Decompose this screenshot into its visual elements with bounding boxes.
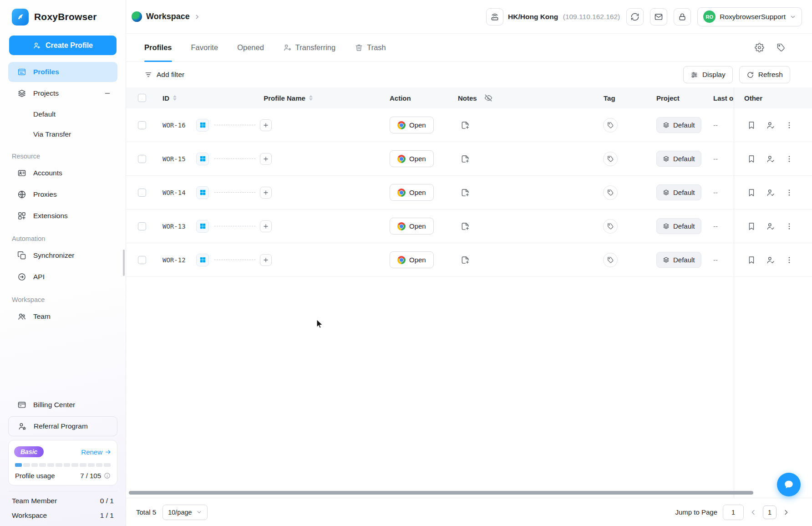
add-note-icon[interactable] <box>461 154 470 163</box>
lock-button[interactable] <box>674 8 691 26</box>
bookmark-icon[interactable] <box>747 222 756 231</box>
authorize-user-icon[interactable] <box>766 121 775 130</box>
authorize-user-icon[interactable] <box>766 255 775 265</box>
add-profile-name-button[interactable] <box>260 254 272 266</box>
main-area: Workspace HK/Hong Kong (109.110.162.162) <box>126 0 812 526</box>
tag-icon[interactable] <box>603 253 618 267</box>
project-button[interactable]: Default <box>656 117 701 133</box>
tag-icon[interactable] <box>603 185 618 200</box>
add-profile-name-button[interactable] <box>260 153 272 165</box>
project-button[interactable]: Default <box>656 218 701 234</box>
add-note-icon[interactable] <box>461 222 470 231</box>
row-checkbox[interactable] <box>138 189 146 197</box>
collapse-minus-icon[interactable] <box>104 90 111 97</box>
open-profile-button[interactable]: Open <box>390 184 434 201</box>
more-actions-icon[interactable] <box>785 256 793 264</box>
windows-icon <box>199 223 206 230</box>
tag-manager-icon[interactable] <box>776 43 786 52</box>
tab-profiles[interactable]: Profiles <box>144 34 172 61</box>
authorize-user-icon[interactable] <box>766 188 775 197</box>
chrome-icon <box>397 189 406 197</box>
chat-widget-button[interactable] <box>777 473 801 496</box>
plus-icon <box>263 257 269 263</box>
bookmark-icon[interactable] <box>747 255 756 265</box>
settings-gear-icon[interactable] <box>755 43 764 52</box>
project-item-default[interactable]: Default <box>8 105 117 123</box>
add-note-icon[interactable] <box>461 121 470 130</box>
bookmark-icon[interactable] <box>747 154 756 163</box>
horizontal-scrollbar-thumb[interactable] <box>129 491 753 495</box>
table-row: WOR-12 Open <box>126 243 812 277</box>
create-profile-button[interactable]: Create Profile <box>9 36 117 55</box>
more-actions-icon[interactable] <box>785 222 793 230</box>
tag-icon[interactable] <box>603 219 618 234</box>
sidebar-item-synchronizer[interactable]: Synchronizer <box>8 245 117 266</box>
authorize-user-icon[interactable] <box>766 222 775 231</box>
project-button[interactable]: Default <box>656 184 701 200</box>
eye-off-icon[interactable] <box>484 94 492 102</box>
sidebar-item-referral-program[interactable]: Referral Program <box>8 416 117 436</box>
sidebar-item-extensions[interactable]: Extensions <box>8 206 117 226</box>
more-actions-icon[interactable] <box>785 121 793 129</box>
row-checkbox[interactable] <box>138 256 146 264</box>
add-profile-name-button[interactable] <box>260 220 272 232</box>
lock-icon <box>678 12 687 21</box>
tab-transferring[interactable]: Transferring <box>283 34 335 61</box>
renew-link[interactable]: Renew <box>81 448 112 456</box>
open-profile-button[interactable]: Open <box>390 117 434 133</box>
more-actions-icon[interactable] <box>785 155 793 163</box>
sidebar-item-billing-center[interactable]: Billing Center <box>8 395 117 415</box>
bookmark-icon[interactable] <box>747 121 756 130</box>
open-profile-button[interactable]: Open <box>390 150 434 167</box>
next-page-icon[interactable] <box>782 508 790 516</box>
tag-icon[interactable] <box>603 152 618 166</box>
add-profile-name-button[interactable] <box>260 187 272 199</box>
refresh-button[interactable]: Refresh <box>739 66 790 83</box>
refresh-icon <box>746 71 754 79</box>
tab-opened[interactable]: Opened <box>237 34 264 61</box>
display-button[interactable]: Display <box>683 66 733 83</box>
add-note-icon[interactable] <box>461 188 470 197</box>
add-note-icon[interactable] <box>461 255 470 265</box>
row-checkbox[interactable] <box>138 155 146 163</box>
sidebar-scrollbar-thumb[interactable] <box>123 250 125 276</box>
jump-to-page-input[interactable] <box>723 505 744 520</box>
tab-trash[interactable]: Trash <box>355 34 386 61</box>
profile-id: WOR-15 <box>162 155 186 163</box>
more-actions-icon[interactable] <box>785 189 793 197</box>
select-all-checkbox[interactable] <box>138 94 146 102</box>
sidebar-item-team[interactable]: Team <box>8 306 117 327</box>
sidebar-item-accounts[interactable]: Accounts <box>8 163 117 183</box>
usage-value: 7 / 105 <box>80 472 101 480</box>
workspace-switcher[interactable]: Workspace <box>132 11 200 22</box>
sidebar-item-profiles[interactable]: Profiles <box>8 62 117 82</box>
section-title-resource: Resource <box>12 153 126 160</box>
open-profile-button[interactable]: Open <box>390 251 434 268</box>
sidebar-item-api[interactable]: API <box>8 267 117 287</box>
mail-button[interactable] <box>650 8 667 26</box>
project-item-via-transfer[interactable]: Via Transfer <box>8 125 117 143</box>
sidebar-item-projects[interactable]: Projects <box>8 83 117 103</box>
project-button[interactable]: Default <box>656 252 701 268</box>
project-button[interactable]: Default <box>656 151 701 167</box>
sidebar-item-proxies[interactable]: Proxies <box>8 184 117 204</box>
previous-page-icon[interactable] <box>749 508 757 516</box>
sort-profile-name-icon[interactable] <box>309 95 313 101</box>
sync-button[interactable] <box>626 8 644 26</box>
tag-icon[interactable] <box>603 118 618 133</box>
info-icon[interactable] <box>104 472 111 479</box>
ip-device-button[interactable] <box>486 8 503 26</box>
open-profile-button[interactable]: Open <box>390 218 434 235</box>
tab-label: Transferring <box>295 43 335 52</box>
tab-favorite[interactable]: Favorite <box>191 34 218 61</box>
account-menu[interactable]: RO RoxybrowserSupport <box>697 7 802 26</box>
add-filter-button[interactable]: Add filter <box>144 71 184 79</box>
sort-id-icon[interactable] <box>173 95 177 101</box>
page-number-button[interactable]: 1 <box>763 506 776 519</box>
authorize-user-icon[interactable] <box>766 154 775 163</box>
add-profile-name-button[interactable] <box>260 119 272 131</box>
row-checkbox[interactable] <box>138 222 146 230</box>
page-size-select[interactable]: 10/page <box>162 505 207 520</box>
bookmark-icon[interactable] <box>747 188 756 197</box>
row-checkbox[interactable] <box>138 121 146 129</box>
